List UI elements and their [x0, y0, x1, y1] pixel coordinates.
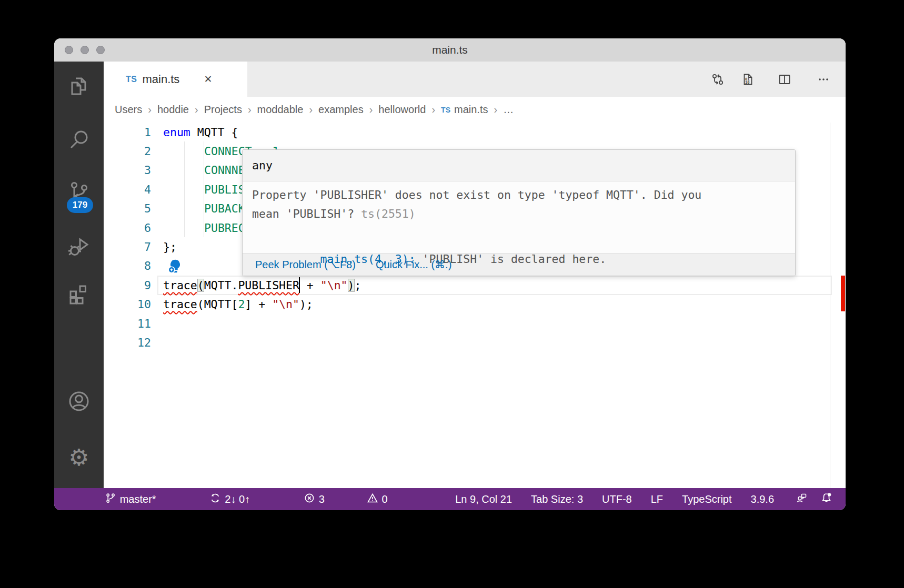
line-number[interactable]: 9: [104, 279, 151, 292]
account-icon: [67, 389, 91, 415]
window-title: main.ts: [54, 44, 846, 56]
indent-guide: [204, 199, 204, 218]
line-number[interactable]: 3: [104, 164, 151, 177]
breadcrumb-separator: ›: [488, 104, 503, 116]
tab-main-ts[interactable]: TS main.ts ✕: [104, 62, 247, 97]
explorer-icon: [67, 75, 91, 101]
typescript-file-icon: TS: [441, 106, 450, 114]
overview-ruler-error-marker[interactable]: [841, 276, 845, 311]
sidebar-item-run-debug[interactable]: [54, 229, 104, 267]
error-message-line1: Property 'PUBLISHER' does not exist on t…: [252, 188, 701, 201]
code-line-11[interactable]: 11: [104, 314, 846, 333]
tooltip-type-signature: any: [243, 150, 795, 181]
status-cursor-position[interactable]: Ln 9, Col 21: [455, 493, 512, 505]
breadcrumb-separator: ›: [426, 104, 441, 116]
breadcrumb: Users› hoddie› Projects› moddable› examp…: [104, 97, 846, 123]
desktop: main.ts: [0, 0, 904, 588]
feedback-icon[interactable]: [796, 492, 807, 506]
line-number[interactable]: 11: [104, 317, 151, 330]
lightbulb-autofix-icon[interactable]: [167, 258, 183, 274]
git-branch-icon: [70, 481, 116, 511]
breadcrumb-separator: ›: [189, 104, 204, 116]
code-text: enum MQTT {: [163, 126, 238, 139]
sidebar-item-source-control[interactable]: 179: [54, 174, 104, 212]
tab-close-icon[interactable]: ✕: [204, 73, 212, 85]
status-sync[interactable]: 2↓ 0↑: [175, 481, 250, 511]
line-number[interactable]: 5: [104, 202, 151, 215]
close-window-button[interactable]: [65, 46, 73, 54]
warning-count: 0: [382, 493, 388, 505]
breadcrumb-item[interactable]: moddable: [257, 104, 304, 116]
indent-guide: [184, 141, 185, 160]
bell-icon[interactable]: [821, 492, 832, 506]
breadcrumb-item[interactable]: Projects: [204, 104, 242, 116]
sidebar-item-search[interactable]: [54, 121, 104, 159]
code-text: trace(MQTT[2] + "\n");: [163, 298, 313, 311]
scm-changes-badge: 179: [67, 197, 93, 213]
hover-tooltip: any Property 'PUBLISHER' does not exist …: [242, 149, 796, 276]
warning-icon: [332, 481, 378, 511]
status-bar: master* 2↓ 0↑: [54, 488, 846, 510]
status-problems[interactable]: 3 0: [269, 481, 388, 511]
breadcrumb-file[interactable]: main.ts: [454, 104, 488, 116]
code-line-1[interactable]: 1enum MQTT {: [104, 123, 846, 141]
line-number[interactable]: 10: [104, 298, 151, 311]
breadcrumb-separator: ›: [142, 104, 157, 116]
status-encoding[interactable]: UTF-8: [602, 493, 632, 505]
settings-gear-icon: ⚙: [68, 446, 89, 469]
quick-fix-link[interactable]: Quick Fix... (⌘.): [376, 258, 451, 271]
svg-text:10: 10: [745, 80, 749, 84]
binary-file-icon[interactable]: 01 10: [741, 73, 755, 86]
tab-label: main.ts: [142, 73, 179, 86]
indent-guide: [204, 180, 204, 199]
breadcrumb-item[interactable]: examples: [318, 104, 364, 116]
line-number[interactable]: 1: [104, 126, 151, 139]
status-eol[interactable]: LF: [651, 493, 663, 505]
tab-bar: TS main.ts ✕: [104, 62, 846, 97]
titlebar: main.ts: [54, 38, 846, 62]
code-line-10[interactable]: 10trace(MQTT[2] + "\n");: [104, 295, 846, 314]
sync-icon: [175, 481, 221, 511]
zoom-window-button[interactable]: [96, 46, 105, 54]
git-compare-icon[interactable]: [711, 73, 725, 86]
activity-bar: 179: [54, 62, 104, 488]
line-number[interactable]: 6: [104, 221, 151, 235]
line-number[interactable]: 8: [104, 259, 151, 272]
error-code: ts(2551): [361, 207, 416, 220]
sidebar-item-extensions[interactable]: [54, 277, 104, 315]
typescript-file-icon: TS: [126, 75, 137, 84]
breadcrumb-separator: ›: [242, 104, 257, 116]
indent-guide: [184, 180, 185, 199]
search-icon: [67, 127, 91, 154]
peek-problem-link[interactable]: Peek Problem (⌥F8): [255, 258, 356, 271]
error-message-line2: mean 'PUBLISH'?: [252, 207, 361, 220]
sidebar-item-explorer[interactable]: [54, 69, 104, 107]
extensions-icon: [67, 282, 91, 309]
status-branch[interactable]: master*: [70, 481, 156, 511]
more-actions-icon[interactable]: [817, 73, 830, 86]
line-number[interactable]: 4: [104, 183, 151, 196]
code-line-12[interactable]: 12: [104, 333, 846, 352]
breadcrumb-overflow[interactable]: …: [503, 104, 514, 116]
breadcrumb-item[interactable]: hoddie: [157, 104, 189, 116]
indent-guide: [184, 161, 185, 180]
code-line-9[interactable]: 9trace(MQTT.PUBLISHER + "\n");: [104, 276, 846, 295]
status-language-mode[interactable]: TypeScript: [682, 493, 731, 505]
split-editor-icon[interactable]: [778, 73, 791, 86]
line-number[interactable]: 12: [104, 336, 151, 349]
line-number[interactable]: 2: [104, 145, 151, 158]
breadcrumb-item[interactable]: helloworld: [378, 104, 426, 116]
minimize-window-button[interactable]: [81, 46, 89, 54]
sidebar-item-settings[interactable]: ⚙: [54, 439, 104, 477]
traffic-lights: [65, 38, 105, 62]
overview-ruler-border: [830, 123, 830, 488]
status-ts-version[interactable]: 3.9.6: [751, 493, 774, 505]
breadcrumb-item[interactable]: Users: [115, 104, 142, 116]
breadcrumb-separator: ›: [303, 104, 318, 116]
indent-guide: [204, 218, 204, 237]
error-count: 3: [319, 493, 325, 505]
sidebar-item-account[interactable]: [54, 383, 104, 421]
status-tab-size[interactable]: Tab Size: 3: [531, 493, 583, 505]
vscode-window: main.ts: [54, 38, 846, 510]
line-number[interactable]: 7: [104, 240, 151, 254]
